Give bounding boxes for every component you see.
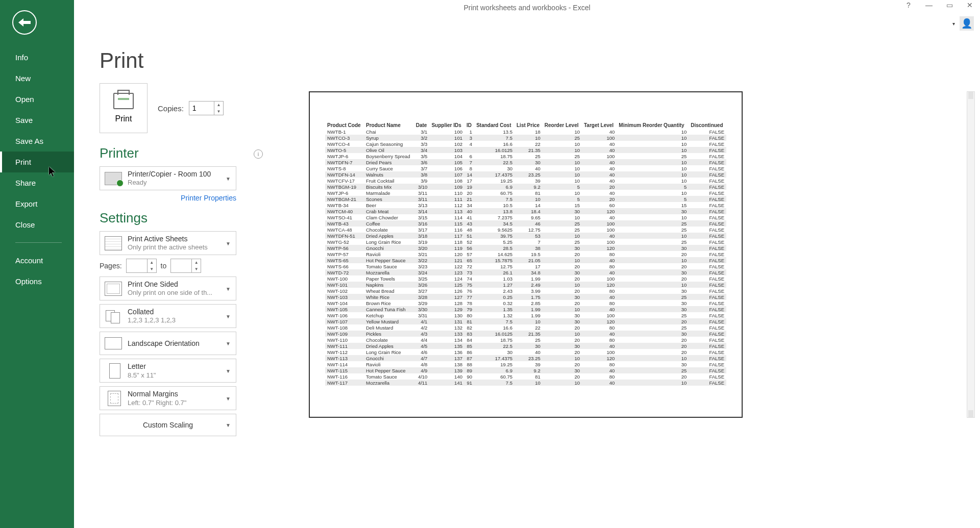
nav-save[interactable]: Save — [0, 110, 74, 131]
paper-size-select[interactable]: Letter 8.5" x 11" ▼ — [100, 359, 236, 383]
table-row: NWTS-8Curry Sauce3/710683040104010FALSE — [325, 165, 726, 171]
table-header: Discontinued — [689, 122, 726, 129]
chevron-down-icon: ▼ — [226, 286, 231, 291]
back-button[interactable] — [12, 10, 37, 35]
table-header: Product Name — [364, 122, 414, 129]
table-header: List Price — [514, 122, 543, 129]
pages-to-label: to — [161, 262, 167, 270]
copies-spinner[interactable]: ▲▼ — [189, 101, 224, 115]
pages-from-input[interactable] — [127, 262, 147, 270]
nav-open[interactable]: Open — [0, 89, 74, 110]
printer-status: Ready — [128, 179, 211, 187]
table-row: NWTCO-4Cajun Seasoning3/3102416.62210401… — [325, 141, 726, 147]
table-row: NWTB-43Coffee3/161154334.5462510025FALSE — [325, 220, 726, 227]
copies-up-icon[interactable]: ▲ — [214, 102, 223, 108]
table-row: NWT-109Pickles4/31338316.012521.35104030… — [325, 331, 726, 337]
minimize-icon[interactable]: — — [924, 1, 934, 9]
window-title: Print worksheets and workbooks - Excel — [463, 4, 590, 12]
print-button-label: Print — [115, 114, 132, 123]
table-row: NWTCM-40Crab Meat3/141134013.818.4301203… — [325, 208, 726, 214]
table-row: NWTD-72Mozzarella3/241237326.134.8304030… — [325, 269, 726, 275]
preview-scrollbar[interactable] — [967, 91, 975, 418]
chevron-down-icon: ▼ — [226, 175, 231, 181]
nav-separator — [15, 242, 62, 243]
copies-down-icon[interactable]: ▼ — [214, 108, 223, 115]
nav-info[interactable]: Info — [0, 47, 74, 68]
nav-save-as[interactable]: Save As — [0, 131, 74, 152]
table-row: NWT-107Yellow Mustard4/1131817.510301202… — [325, 318, 726, 324]
printer-select[interactable]: Printer/Copier - Room 100 Ready ▼ — [100, 166, 236, 190]
pages-to-spinner[interactable]: ▲▼ — [170, 259, 201, 273]
printer-device-icon — [105, 172, 122, 185]
user-avatar[interactable]: 👤 — [960, 16, 974, 31]
table-row: NWTP-57Ravioli3/211205714.62519.5208020F… — [325, 251, 726, 257]
settings-section-title: Settings — [100, 210, 293, 226]
copies-label: Copies: — [158, 104, 184, 113]
backstage-sidebar: InfoNewOpenSaveSave AsPrintShareExportCl… — [0, 0, 74, 528]
table-row: NWT-112Long Grain Rice4/6136863040201002… — [325, 349, 726, 355]
nav-print[interactable]: Print — [0, 152, 74, 172]
table-row: NWTCA-48Chocolate3/17116489.562512.75251… — [325, 227, 726, 233]
print-button[interactable]: Print — [100, 83, 148, 133]
margins-select[interactable]: Normal Margins Left: 0.7" Right: 0.7" ▼ — [100, 386, 236, 410]
restore-icon[interactable]: ▭ — [944, 1, 954, 9]
landscape-icon — [105, 337, 122, 349]
paper-icon — [109, 363, 120, 379]
table-row: NWTBGM-19Biscuits Mix3/10109196.99.25205… — [325, 184, 726, 190]
table-row: NWT-111Dried Apples4/51358522.530304020F… — [325, 343, 726, 349]
nav-export[interactable]: Export — [0, 193, 74, 214]
printer-section-title: Printer i — [100, 145, 293, 161]
nav-share[interactable]: Share — [0, 172, 74, 193]
table-row: NWT-100Paper Towels3/25124741.031.992010… — [325, 275, 726, 282]
collation-select[interactable]: Collated 1,2,3 1,2,3 1,2,3 ▼ — [100, 304, 236, 328]
table-row: NWT-101Napkins3/26125751.272.491012010FA… — [325, 282, 726, 288]
table-row: NWT-114Ravioli4/81388819.2539208030FALSE — [325, 361, 726, 367]
table-row: NWTP-56Gnocchi3/201195628.5383012030FALS… — [325, 245, 726, 251]
table-header: Target Level — [582, 122, 617, 129]
table-row: NWTS-66Tomato Sauce3/231227212.751720802… — [325, 263, 726, 269]
back-arrow-icon — [18, 18, 31, 27]
scaling-select[interactable]: Custom Scaling ▼ — [100, 414, 236, 436]
sheets-icon — [105, 236, 122, 250]
table-row: NWTJP-6Marmalade3/111102060.7581104010FA… — [325, 190, 726, 196]
table-header: Minimum Reorder Quantity — [617, 122, 689, 129]
pages-from-spinner[interactable]: ▲▼ — [126, 259, 157, 273]
help-icon[interactable]: ? — [903, 1, 914, 9]
page-title: Print — [100, 48, 293, 73]
printer-properties-link[interactable]: Printer Properties — [181, 194, 236, 202]
nav-new[interactable]: New — [0, 68, 74, 89]
chevron-down-icon: ▼ — [226, 341, 231, 346]
info-icon[interactable]: i — [254, 149, 263, 159]
account-dropdown-icon[interactable]: ▾ — [952, 21, 958, 26]
table-row: NWT-104Brown Rice3/29128780.322.85208030… — [325, 300, 726, 306]
main-area: Print worksheets and workbooks - Excel ?… — [74, 0, 980, 528]
table-header: ID — [464, 122, 474, 129]
pages-label: Pages: — [100, 262, 122, 270]
table-row: NWTO-5Olive Oil3/410316.012521.35104010F… — [325, 147, 726, 153]
one-sided-icon — [105, 282, 122, 296]
table-header: Standard Cost — [474, 122, 514, 129]
printer-name: Printer/Copier - Room 100 — [128, 169, 211, 179]
table-header: Reorder Level — [543, 122, 582, 129]
copies-input[interactable] — [189, 104, 214, 112]
table-row: NWT-108Deli Mustard4/21328216.622208025F… — [325, 324, 726, 331]
orientation-select[interactable]: Landscape Orientation ▼ — [100, 332, 236, 355]
title-bar: Print worksheets and workbooks - Excel ?… — [74, 0, 980, 15]
table-row: NWTJP-6Boysenberry Spread3/5104618.75252… — [325, 153, 726, 159]
table-row: NWT-116Tomato Sauce4/101409060.758120802… — [325, 373, 726, 380]
close-icon[interactable]: ✕ — [965, 1, 975, 9]
nav-account[interactable]: Account — [0, 250, 74, 271]
table-header: Date — [414, 122, 430, 129]
print-settings-panel: Print Print Copies: ▲▼ Printer i — [100, 48, 293, 440]
table-row: NWTS-65Hot Pepper Sauce3/221216515.78752… — [325, 257, 726, 263]
nav-close[interactable]: Close — [0, 214, 74, 235]
margins-icon — [108, 391, 121, 406]
table-row: NWT-102Wheat Bread3/27126762.433.9920803… — [325, 288, 726, 294]
table-row: NWT-106Ketchup3/31130801.321.993010025FA… — [325, 312, 726, 318]
print-what-select[interactable]: Print Active Sheets Only print the activ… — [100, 231, 236, 255]
sides-select[interactable]: Print One Sided Only print on one side o… — [100, 276, 236, 300]
chevron-down-icon: ▼ — [226, 313, 231, 319]
nav-options[interactable]: Options — [0, 271, 74, 292]
pages-to-input[interactable] — [171, 262, 191, 270]
chevron-down-icon: ▼ — [226, 240, 231, 246]
